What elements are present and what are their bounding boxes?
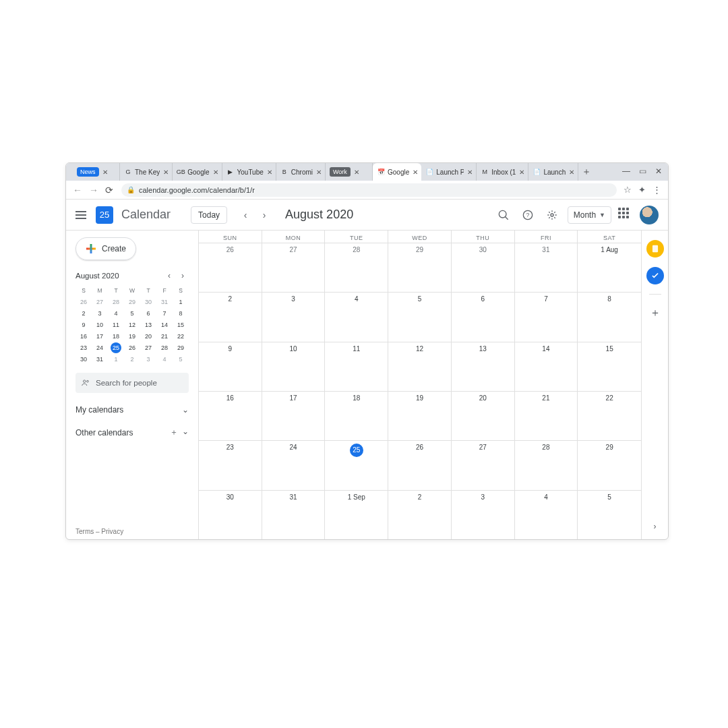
mini-prev-month[interactable]: ‹ — [163, 270, 175, 282]
mini-day[interactable]: 1 — [173, 296, 189, 307]
day-cell[interactable]: 29 — [388, 243, 452, 292]
day-cell[interactable]: 10 — [262, 342, 326, 391]
mini-day[interactable]: 31 — [92, 353, 108, 365]
mini-day[interactable]: 15 — [173, 319, 189, 330]
day-cell[interactable]: 14 — [515, 342, 578, 391]
mini-day[interactable]: 21 — [156, 330, 173, 342]
browser-tab[interactable]: GBGoogle✕ — [173, 163, 222, 181]
tab-close-button[interactable]: ✕ — [568, 169, 575, 175]
day-cell[interactable]: 18 — [325, 392, 388, 440]
mini-day[interactable]: 20 — [140, 330, 156, 342]
mini-day[interactable]: 3 — [140, 353, 156, 365]
other-calendars-toggle[interactable]: Other calendars ＋ ⌄ — [75, 427, 189, 438]
search-people-input[interactable]: Search for people — [75, 373, 189, 393]
mini-day[interactable]: 7 — [156, 307, 173, 319]
mini-day[interactable]: 14 — [156, 319, 173, 330]
day-cell[interactable]: 19 — [388, 392, 452, 440]
day-cell[interactable]: 27 — [262, 243, 326, 292]
add-calendar-button[interactable]: ＋ — [170, 427, 178, 438]
day-cell[interactable]: 28 — [325, 243, 388, 292]
mini-day[interactable]: 9 — [75, 319, 92, 330]
day-cell[interactable]: 27 — [452, 441, 515, 489]
browser-tab[interactable]: BChromi✕ — [276, 163, 326, 181]
keep-button[interactable] — [646, 240, 664, 257]
settings-button[interactable] — [543, 206, 561, 224]
today-button[interactable]: Today — [191, 206, 227, 224]
day-cell[interactable]: 20 — [452, 392, 515, 440]
mini-day[interactable]: 4 — [156, 353, 173, 365]
browser-tab[interactable]: 📄Launch Pr✕ — [421, 163, 477, 181]
mini-day[interactable]: 11 — [108, 319, 124, 330]
mini-day[interactable]: 10 — [92, 319, 108, 330]
day-cell[interactable]: 25 — [325, 441, 388, 489]
day-cell[interactable]: 17 — [262, 392, 326, 440]
day-cell[interactable]: 8 — [578, 293, 641, 341]
day-cell[interactable]: 12 — [388, 342, 452, 391]
day-cell[interactable]: 29 — [578, 441, 641, 489]
browser-menu-button[interactable]: ⋮ — [653, 185, 661, 195]
mini-day[interactable]: 28 — [108, 296, 124, 307]
day-cell[interactable]: 1 Sep — [325, 491, 388, 539]
day-cell[interactable]: 15 — [578, 342, 641, 391]
tab-close-button[interactable]: ✕ — [412, 169, 419, 175]
browser-tab[interactable]: Work✕ — [326, 163, 373, 181]
tab-close-button[interactable]: ✕ — [212, 169, 219, 175]
browser-tab[interactable]: 📄Launch✕ — [528, 163, 578, 181]
mini-day[interactable]: 26 — [124, 342, 140, 353]
mini-day[interactable]: 29 — [124, 296, 140, 307]
day-cell[interactable]: 3 — [262, 293, 326, 341]
day-cell[interactable]: 4 — [325, 293, 388, 341]
tab-close-button[interactable]: ✕ — [353, 169, 360, 175]
forward-button[interactable]: → — [89, 185, 98, 195]
star-button[interactable]: ☆ — [624, 185, 632, 195]
mini-day[interactable]: 2 — [124, 353, 140, 365]
side-panel-expand[interactable]: › — [654, 522, 657, 531]
main-menu-button[interactable] — [75, 208, 89, 222]
back-button[interactable]: ← — [73, 185, 82, 195]
url-box[interactable]: 🔒 calendar.google.com/calendar/b/1/r — [121, 183, 617, 197]
mini-day[interactable]: 12 — [124, 319, 140, 330]
mini-day[interactable]: 26 — [75, 296, 92, 307]
mini-day[interactable]: 1 — [108, 353, 124, 365]
help-button[interactable]: ? — [519, 206, 537, 224]
day-cell[interactable]: 4 — [515, 491, 578, 539]
day-cell[interactable]: 2 — [388, 491, 452, 539]
day-cell[interactable]: 26 — [388, 441, 452, 489]
close-window-button[interactable]: ✕ — [653, 166, 664, 176]
day-cell[interactable]: 30 — [199, 491, 262, 539]
view-selector[interactable]: Month ▼ — [568, 206, 611, 224]
mini-day[interactable]: 17 — [92, 330, 108, 342]
terms-link[interactable]: Terms — [75, 528, 94, 535]
mini-day[interactable]: 13 — [140, 319, 156, 330]
new-tab-button[interactable]: ＋ — [578, 163, 595, 181]
tasks-button[interactable] — [646, 267, 664, 284]
account-avatar[interactable] — [640, 206, 659, 224]
browser-tab[interactable]: MInbox (1✕ — [477, 163, 528, 181]
day-cell[interactable]: 26 — [199, 243, 262, 292]
day-cell[interactable]: 23 — [199, 441, 262, 489]
mini-day[interactable]: 23 — [75, 342, 92, 353]
mini-day[interactable]: 3 — [92, 307, 108, 319]
day-cell[interactable]: 11 — [325, 342, 388, 391]
day-cell[interactable]: 28 — [515, 441, 578, 489]
mini-day[interactable]: 30 — [75, 353, 92, 365]
mini-day[interactable]: 31 — [156, 296, 173, 307]
mini-day[interactable]: 24 — [92, 342, 108, 353]
day-cell[interactable]: 22 — [578, 392, 641, 440]
browser-tab[interactable]: GThe Key✕ — [120, 163, 173, 181]
day-cell[interactable]: 13 — [452, 342, 515, 391]
tab-close-button[interactable]: ✕ — [315, 169, 322, 175]
mini-day[interactable]: 27 — [140, 342, 156, 353]
day-cell[interactable]: 9 — [199, 342, 262, 391]
mini-day[interactable]: 18 — [108, 330, 124, 342]
search-button[interactable] — [495, 206, 512, 224]
create-button[interactable]: Create — [75, 237, 136, 260]
mini-day[interactable]: 30 — [140, 296, 156, 307]
browser-tab[interactable]: ▶YouTube✕ — [222, 163, 276, 181]
tab-close-button[interactable]: ✕ — [102, 169, 109, 175]
mini-day[interactable]: 4 — [108, 307, 124, 319]
mini-day[interactable]: 22 — [173, 330, 189, 342]
add-addon-button[interactable]: ＋ — [646, 304, 664, 322]
my-calendars-toggle[interactable]: My calendars ⌄ — [75, 405, 189, 415]
day-cell[interactable]: 30 — [452, 243, 515, 292]
